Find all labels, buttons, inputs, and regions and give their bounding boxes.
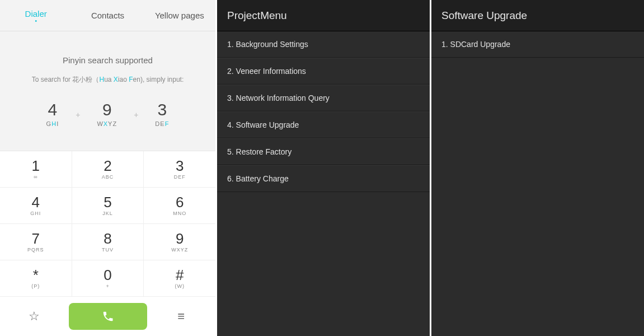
tab-contacts[interactable]: Contacts xyxy=(72,11,143,20)
empty-area xyxy=(431,58,644,336)
menu-item-battery-charge[interactable]: 6. Battery Charge xyxy=(217,165,430,192)
project-menu-list: 1. Background Settings 2. Veneer Informa… xyxy=(217,31,430,192)
star-icon: ☆ xyxy=(29,309,40,324)
pinyin-title: Pinyin search supported xyxy=(63,55,153,65)
menu-button[interactable]: ≡ xyxy=(147,309,216,324)
menu-item-veneer-informations[interactable]: 2. Veneer Informations xyxy=(217,58,430,85)
key-2[interactable]: 2ABC xyxy=(72,151,144,188)
menu-item-sdcard-upgrade[interactable]: 1. SDCard Upgrade xyxy=(431,31,644,58)
key-1[interactable]: 1∞ xyxy=(0,151,72,188)
menu-item-network-information-query[interactable]: 3. Network Information Query xyxy=(217,85,430,111)
tab-bar: Dialer Contacts Yellow pages xyxy=(0,0,215,31)
example-cell: 9 WXYZ xyxy=(97,100,117,127)
pinyin-subtitle: To search for 花小粉（Hua Xiao Fen), simply … xyxy=(32,75,184,85)
call-button[interactable] xyxy=(69,303,147,330)
software-upgrade-panel: Software Upgrade 1. SDCard Upgrade xyxy=(431,0,644,336)
phone-icon xyxy=(102,310,114,323)
action-row: ☆ ≡ xyxy=(0,297,215,336)
key-9[interactable]: 9WXYZ xyxy=(144,224,215,260)
key-8[interactable]: 8TUV xyxy=(72,224,144,260)
project-menu-panel: ProjectMenu 1. Background Settings 2. Ve… xyxy=(217,0,430,336)
menu-item-software-upgrade[interactable]: 4. Software Upgrade xyxy=(217,111,430,138)
plus-icon: + xyxy=(134,108,138,119)
dialer-panel: Dialer Contacts Yellow pages Pinyin sear… xyxy=(0,0,215,336)
tab-yellow-pages[interactable]: Yellow pages xyxy=(144,11,215,20)
pinyin-info: Pinyin search supported To search for 花小… xyxy=(0,31,215,151)
key-5[interactable]: 5JKL xyxy=(72,188,144,224)
project-menu-title: ProjectMenu xyxy=(217,0,430,31)
key-4[interactable]: 4GHI xyxy=(0,188,72,224)
menu-icon: ≡ xyxy=(177,309,185,324)
example-cell: 3 DEF xyxy=(155,100,169,127)
key-3[interactable]: 3DEF xyxy=(144,151,215,188)
menu-item-background-settings[interactable]: 1. Background Settings xyxy=(217,31,430,58)
software-upgrade-title: Software Upgrade xyxy=(431,0,644,31)
example-cell: 4 GHI xyxy=(46,100,59,127)
key-6[interactable]: 6MNO xyxy=(144,188,215,224)
favorites-button[interactable]: ☆ xyxy=(0,309,69,324)
keypad: 1∞ 2ABC 3DEF 4GHI 5JKL 6MNO 7PQRS 8TUV 9… xyxy=(0,151,215,297)
empty-area xyxy=(217,192,430,336)
software-upgrade-list: 1. SDCard Upgrade xyxy=(431,31,644,58)
key-hash[interactable]: #(W) xyxy=(144,260,215,297)
tab-dialer[interactable]: Dialer xyxy=(0,9,72,22)
pinyin-example: 4 GHI + 9 WXYZ + 3 DEF xyxy=(46,100,170,127)
menu-item-restore-factory[interactable]: 5. Restore Factory xyxy=(217,138,430,165)
key-star[interactable]: *(P) xyxy=(0,260,72,297)
plus-icon: + xyxy=(76,108,80,119)
key-7[interactable]: 7PQRS xyxy=(0,224,72,260)
key-0[interactable]: 0+ xyxy=(72,260,144,297)
